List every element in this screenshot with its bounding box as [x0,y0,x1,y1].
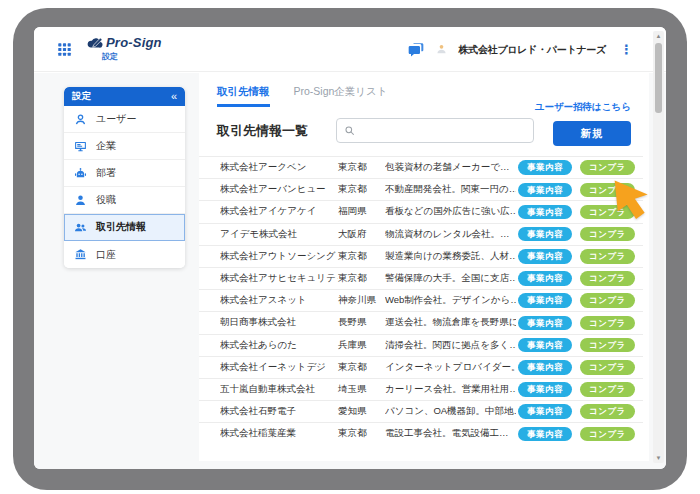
compliance-check-button[interactable]: コンプラ [580,205,635,220]
business-detail-button[interactable]: 事業内容 [518,427,572,442]
partner-name: 株式会社アスネット [220,294,338,307]
table-row: 株式会社アイケアケイ 福岡県 看板などの国外広告に強い広… 事業内容 コンプラ [199,200,643,222]
partner-description: インターネットプロバイダー。… [385,361,516,374]
business-detail-button[interactable]: 事業内容 [518,360,572,375]
compliance-check-button[interactable]: コンプラ [580,183,635,198]
partner-name: 五十嵐自動車株式会社 [220,383,338,396]
compliance-check-button[interactable]: コンプラ [580,271,635,286]
business-detail-button[interactable]: 事業内容 [518,338,572,353]
sidebar-item-bank[interactable]: 口座 [64,241,185,268]
tenant-logo-icon [435,43,448,56]
partner-name: 株式会社石野電子 [220,405,338,418]
partner-prefecture: 東京都 [338,250,385,263]
partner-name: 株式会社イーネットデジ [220,361,338,374]
business-detail-button[interactable]: 事業内容 [518,160,572,175]
partner-description: 製造業向けの業務委託、人材… [385,250,516,263]
table-row: アイデモ株式会社 大阪府 物流資材のレンタル会社。… 事業内容 コンプラ [199,223,643,245]
partner-name: 株式会社稲葉産業 [220,427,338,440]
account-company-name: 株式会社プロレド・パートナーズ [459,43,606,57]
business-detail-button[interactable]: 事業内容 [518,316,572,331]
overflow-menu-icon[interactable]: ⋮ [617,41,636,58]
partner-prefecture: 東京都 [338,427,385,440]
sidebar-item-company[interactable]: 企業 [64,133,185,160]
compliance-check-button[interactable]: コンプラ [580,293,635,308]
partner-description: 物流資材のレンタル会社。… [385,228,516,241]
compliance-check-button[interactable]: コンプラ [580,404,635,419]
brand-name: Pro-Sign [106,35,162,50]
tab-prosign-company-list[interactable]: Pro-Sign企業リスト [294,85,388,107]
business-detail-button[interactable]: 事業内容 [518,205,572,220]
compliance-check-button[interactable]: コンプラ [580,227,635,242]
partner-prefecture: 神奈川県 [338,294,385,307]
compliance-check-button[interactable]: コンプラ [580,160,635,175]
table-row: 株式会社アウトソーシング 東京都 製造業向けの業務委託、人材… 事業内容 コンプ… [199,245,643,267]
search-input[interactable] [360,125,526,136]
partner-prefecture: 東京都 [338,161,385,174]
scroll-up-icon[interactable]: ▲ [653,32,664,40]
table-row: 株式会社イーネットデジ 東京都 インターネットプロバイダー。… 事業内容 コンプ… [199,356,643,378]
compliance-check-button[interactable]: コンプラ [580,427,635,442]
cloud-sign-icon [86,36,104,50]
table-row: 株式会社石野電子 愛知県 パソコン、OA機器卸。中部地… 事業内容 コンプラ [199,400,643,422]
partner-name: 株式会社アイケアケイ [220,205,338,218]
partner-prefecture: 東京都 [338,272,385,285]
table-row: 株式会社アークベン 東京都 包装資材の老舗メーカーで… 事業内容 コンプラ [199,156,643,178]
table-row: 株式会社アーバンヒュー 東京都 不動産開発会社。関東一円の… 事業内容 コンプラ [199,178,643,200]
sidebar-item-position[interactable]: 役職 [64,187,185,214]
business-detail-button[interactable]: 事業内容 [518,271,572,286]
partner-description: 看板などの国外広告に強い広… [385,205,516,218]
search-icon [344,125,355,136]
vertical-scrollbar[interactable]: ▲ ▼ [653,31,664,463]
table-row: 株式会社稲葉産業 東京都 電設工事会社。電気設備工… 事業内容 コンプラ [199,422,643,444]
partner-name: 朝日商事株式会社 [220,316,338,329]
partner-description: 警備保障の大手。全国に支店… [385,272,516,285]
table-row: 株式会社アサヒセキュリティ 東京都 警備保障の大手。全国に支店… 事業内容 コン… [199,267,643,289]
search-box[interactable] [336,118,534,143]
collapse-sidebar-icon[interactable]: « [171,91,177,102]
chat-icon[interactable] [408,42,424,58]
compliance-check-button[interactable]: コンプラ [580,316,635,331]
business-detail-button[interactable]: 事業内容 [518,227,572,242]
partner-name: アイデモ株式会社 [220,228,338,241]
business-detail-button[interactable]: 事業内容 [518,293,572,308]
business-detail-button[interactable]: 事業内容 [518,382,572,397]
content-area: 設定 « ユーザー 企業 部署 役職 取引先情報 口座 取引先情報 [34,73,666,469]
new-button[interactable]: 新規 [553,121,631,146]
sidebar-item-user[interactable]: ユーザー [64,106,185,133]
business-detail-button[interactable]: 事業内容 [518,183,572,198]
business-detail-button[interactable]: 事業内容 [518,249,572,264]
sidebar-title: 設定 [72,90,91,103]
department-icon [74,167,87,180]
business-detail-button[interactable]: 事業内容 [518,404,572,419]
app-grid-icon[interactable] [57,42,72,57]
partner-name: 株式会社アーバンヒュー [220,183,338,196]
partner-prefecture: 兵庫県 [338,339,385,352]
partner-prefecture: 大阪府 [338,228,385,241]
page-title: 取引先情報一覧 [217,122,308,140]
user-invite-link[interactable]: ユーザー招待はこちら [535,101,631,114]
tab-partner-info[interactable]: 取引先情報 [217,85,270,107]
compliance-check-button[interactable]: コンプラ [580,249,635,264]
company-icon [74,140,87,153]
scrollbar-thumb[interactable] [655,43,662,113]
compliance-check-button[interactable]: コンプラ [580,382,635,397]
sidebar-item-partners[interactable]: 取引先情報 [64,214,185,241]
partner-name: 株式会社あらのた [220,339,338,352]
table-row: 株式会社あらのた 兵庫県 清掃会社。関西に拠点を多く… 事業内容 コンプラ [199,334,643,356]
position-icon [74,194,87,207]
partner-name: 株式会社アークベン [220,161,338,174]
brand-logo[interactable]: Pro-Sign 設定 [86,35,162,62]
partner-prefecture: 愛知県 [338,405,385,418]
partner-table: 株式会社アークベン 東京都 包装資材の老舗メーカーで… 事業内容 コンプラ 株式… [199,156,643,444]
screenshot-stage: Pro-Sign 設定 株式会社プロレド・パートナーズ ⋮ [0,0,700,494]
toolbar: 取引先情報一覧 ユーザー招待はこちら 新規 [217,115,631,146]
sidebar-item-department[interactable]: 部署 [64,160,185,187]
brand-subtitle: 設定 [102,51,162,62]
compliance-check-button[interactable]: コンプラ [580,360,635,375]
settings-sidebar: 設定 « ユーザー 企業 部署 役職 取引先情報 口座 [64,87,185,268]
table-row: 朝日商事株式会社 長野県 運送会社。物流倉庫を長野県に… 事業内容 コンプラ [199,311,643,333]
table-row: 五十嵐自動車株式会社 埼玉県 カーリース会社。営業用社用… 事業内容 コンプラ [199,378,643,400]
scroll-down-icon[interactable]: ▼ [653,454,664,462]
compliance-check-button[interactable]: コンプラ [580,338,635,353]
partner-description: カーリース会社。営業用社用… [385,383,516,396]
